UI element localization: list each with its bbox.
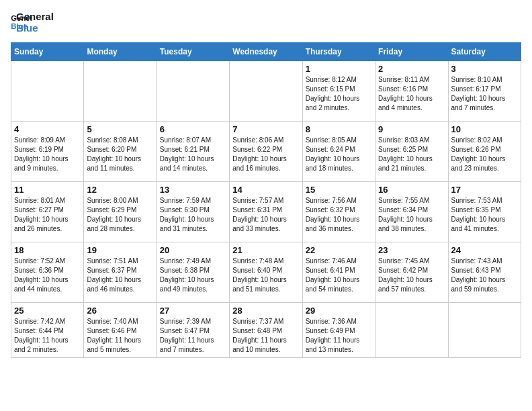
calendar-cell: 9Sunrise: 8:03 AM Sunset: 6:25 PM Daylig… bbox=[375, 121, 448, 181]
logo: General Blue General Blue bbox=[11, 11, 54, 34]
day-number: 16 bbox=[378, 185, 445, 195]
calendar-cell: 3Sunrise: 8:10 AM Sunset: 6:17 PM Daylig… bbox=[448, 60, 521, 121]
day-info: Sunrise: 7:43 AM Sunset: 6:43 PM Dayligh… bbox=[451, 257, 518, 294]
day-info: Sunrise: 7:52 AM Sunset: 6:36 PM Dayligh… bbox=[14, 257, 81, 294]
day-info: Sunrise: 7:55 AM Sunset: 6:34 PM Dayligh… bbox=[378, 196, 445, 234]
calendar-cell: 19Sunrise: 7:51 AM Sunset: 6:37 PM Dayli… bbox=[84, 242, 157, 302]
day-info: Sunrise: 7:45 AM Sunset: 6:42 PM Dayligh… bbox=[378, 257, 445, 294]
calendar-cell: 8Sunrise: 8:05 AM Sunset: 6:24 PM Daylig… bbox=[302, 121, 375, 181]
calendar-week-row: 25Sunrise: 7:42 AM Sunset: 6:44 PM Dayli… bbox=[11, 302, 521, 357]
calendar-cell: 18Sunrise: 7:52 AM Sunset: 6:36 PM Dayli… bbox=[11, 242, 84, 302]
calendar-cell: 12Sunrise: 8:00 AM Sunset: 6:29 PM Dayli… bbox=[84, 181, 157, 242]
calendar-week-row: 4Sunrise: 8:09 AM Sunset: 6:19 PM Daylig… bbox=[11, 121, 521, 181]
day-number: 12 bbox=[87, 185, 153, 195]
day-number: 3 bbox=[451, 64, 518, 74]
day-number: 19 bbox=[87, 245, 153, 255]
day-info: Sunrise: 7:53 AM Sunset: 6:35 PM Dayligh… bbox=[451, 196, 518, 234]
calendar-cell bbox=[375, 302, 448, 357]
day-number: 15 bbox=[306, 185, 372, 195]
day-info: Sunrise: 8:02 AM Sunset: 6:26 PM Dayligh… bbox=[451, 136, 518, 173]
calendar-cell: 7Sunrise: 8:06 AM Sunset: 6:22 PM Daylig… bbox=[230, 121, 302, 181]
day-number: 24 bbox=[451, 245, 518, 255]
day-number: 26 bbox=[87, 306, 153, 316]
day-info: Sunrise: 7:37 AM Sunset: 6:48 PM Dayligh… bbox=[232, 317, 299, 355]
day-info: Sunrise: 8:07 AM Sunset: 6:21 PM Dayligh… bbox=[160, 136, 226, 173]
calendar-cell: 6Sunrise: 8:07 AM Sunset: 6:21 PM Daylig… bbox=[157, 121, 229, 181]
weekday-header-cell: Thursday bbox=[302, 42, 375, 60]
weekday-header-cell: Monday bbox=[84, 42, 157, 60]
day-number: 6 bbox=[160, 124, 226, 134]
calendar-cell: 29Sunrise: 7:36 AM Sunset: 6:49 PM Dayli… bbox=[302, 302, 375, 357]
day-info: Sunrise: 7:48 AM Sunset: 6:40 PM Dayligh… bbox=[232, 257, 299, 294]
day-info: Sunrise: 7:39 AM Sunset: 6:47 PM Dayligh… bbox=[160, 317, 226, 355]
day-number: 21 bbox=[232, 245, 299, 255]
day-info: Sunrise: 7:40 AM Sunset: 6:46 PM Dayligh… bbox=[87, 317, 153, 355]
calendar-week-row: 11Sunrise: 8:01 AM Sunset: 6:27 PM Dayli… bbox=[11, 181, 521, 242]
calendar-cell: 20Sunrise: 7:49 AM Sunset: 6:38 PM Dayli… bbox=[157, 242, 229, 302]
day-info: Sunrise: 8:09 AM Sunset: 6:19 PM Dayligh… bbox=[14, 136, 81, 173]
day-info: Sunrise: 8:10 AM Sunset: 6:17 PM Dayligh… bbox=[451, 75, 518, 113]
calendar-week-row: 18Sunrise: 7:52 AM Sunset: 6:36 PM Dayli… bbox=[11, 242, 521, 302]
day-number: 1 bbox=[306, 64, 372, 74]
weekday-header-cell: Tuesday bbox=[157, 42, 229, 60]
weekday-header-cell: Wednesday bbox=[230, 42, 302, 60]
day-info: Sunrise: 8:12 AM Sunset: 6:15 PM Dayligh… bbox=[306, 75, 372, 113]
day-info: Sunrise: 8:08 AM Sunset: 6:20 PM Dayligh… bbox=[87, 136, 153, 173]
day-number: 27 bbox=[160, 306, 226, 316]
day-number: 25 bbox=[14, 306, 81, 316]
day-info: Sunrise: 7:46 AM Sunset: 6:41 PM Dayligh… bbox=[306, 257, 372, 294]
day-info: Sunrise: 8:01 AM Sunset: 6:27 PM Dayligh… bbox=[14, 196, 81, 234]
calendar-table: SundayMondayTuesdayWednesdayThursdayFrid… bbox=[11, 42, 521, 358]
calendar-cell: 13Sunrise: 7:59 AM Sunset: 6:30 PM Dayli… bbox=[157, 181, 229, 242]
day-info: Sunrise: 8:03 AM Sunset: 6:25 PM Dayligh… bbox=[378, 136, 445, 173]
calendar-week-row: 1Sunrise: 8:12 AM Sunset: 6:15 PM Daylig… bbox=[11, 60, 521, 121]
day-number: 14 bbox=[232, 185, 299, 195]
day-number: 20 bbox=[160, 245, 226, 255]
calendar-cell: 16Sunrise: 7:55 AM Sunset: 6:34 PM Dayli… bbox=[375, 181, 448, 242]
weekday-header-cell: Sunday bbox=[11, 42, 84, 60]
calendar-cell: 25Sunrise: 7:42 AM Sunset: 6:44 PM Dayli… bbox=[11, 302, 84, 357]
day-info: Sunrise: 7:56 AM Sunset: 6:32 PM Dayligh… bbox=[306, 196, 372, 234]
weekday-header-cell: Friday bbox=[375, 42, 448, 60]
calendar-cell: 27Sunrise: 7:39 AM Sunset: 6:47 PM Dayli… bbox=[157, 302, 229, 357]
calendar-cell: 2Sunrise: 8:11 AM Sunset: 6:16 PM Daylig… bbox=[375, 60, 448, 121]
day-info: Sunrise: 7:36 AM Sunset: 6:49 PM Dayligh… bbox=[306, 317, 372, 355]
day-number: 4 bbox=[14, 124, 81, 134]
day-number: 28 bbox=[232, 306, 299, 316]
calendar-cell bbox=[84, 60, 157, 121]
calendar-cell bbox=[448, 302, 521, 357]
logo-general: General bbox=[16, 11, 54, 22]
day-info: Sunrise: 7:51 AM Sunset: 6:37 PM Dayligh… bbox=[87, 257, 153, 294]
day-number: 7 bbox=[232, 124, 299, 134]
day-info: Sunrise: 8:06 AM Sunset: 6:22 PM Dayligh… bbox=[232, 136, 299, 173]
calendar-cell: 28Sunrise: 7:37 AM Sunset: 6:48 PM Dayli… bbox=[230, 302, 302, 357]
calendar-cell: 15Sunrise: 7:56 AM Sunset: 6:32 PM Dayli… bbox=[302, 181, 375, 242]
day-number: 8 bbox=[306, 124, 372, 134]
calendar-cell: 24Sunrise: 7:43 AM Sunset: 6:43 PM Dayli… bbox=[448, 242, 521, 302]
day-number: 9 bbox=[378, 124, 445, 134]
day-number: 23 bbox=[378, 245, 445, 255]
calendar-cell: 26Sunrise: 7:40 AM Sunset: 6:46 PM Dayli… bbox=[84, 302, 157, 357]
day-number: 2 bbox=[378, 64, 445, 74]
calendar-cell: 22Sunrise: 7:46 AM Sunset: 6:41 PM Dayli… bbox=[302, 242, 375, 302]
day-info: Sunrise: 8:05 AM Sunset: 6:24 PM Dayligh… bbox=[306, 136, 372, 173]
logo-blue: Blue bbox=[16, 22, 54, 34]
calendar-cell: 4Sunrise: 8:09 AM Sunset: 6:19 PM Daylig… bbox=[11, 121, 84, 181]
day-info: Sunrise: 8:11 AM Sunset: 6:16 PM Dayligh… bbox=[378, 75, 445, 113]
day-number: 13 bbox=[160, 185, 226, 195]
day-number: 10 bbox=[451, 124, 518, 134]
calendar-cell: 1Sunrise: 8:12 AM Sunset: 6:15 PM Daylig… bbox=[302, 60, 375, 121]
day-info: Sunrise: 7:49 AM Sunset: 6:38 PM Dayligh… bbox=[160, 257, 226, 294]
calendar-cell: 5Sunrise: 8:08 AM Sunset: 6:20 PM Daylig… bbox=[84, 121, 157, 181]
calendar-cell: 17Sunrise: 7:53 AM Sunset: 6:35 PM Dayli… bbox=[448, 181, 521, 242]
day-number: 22 bbox=[306, 245, 372, 255]
calendar-cell: 11Sunrise: 8:01 AM Sunset: 6:27 PM Dayli… bbox=[11, 181, 84, 242]
calendar-cell: 23Sunrise: 7:45 AM Sunset: 6:42 PM Dayli… bbox=[375, 242, 448, 302]
weekday-header-cell: Saturday bbox=[448, 42, 521, 60]
day-info: Sunrise: 8:00 AM Sunset: 6:29 PM Dayligh… bbox=[87, 196, 153, 234]
day-info: Sunrise: 7:57 AM Sunset: 6:31 PM Dayligh… bbox=[232, 196, 299, 234]
day-number: 29 bbox=[306, 306, 372, 316]
day-number: 17 bbox=[451, 185, 518, 195]
calendar-cell: 21Sunrise: 7:48 AM Sunset: 6:40 PM Dayli… bbox=[230, 242, 302, 302]
calendar-cell bbox=[11, 60, 84, 121]
